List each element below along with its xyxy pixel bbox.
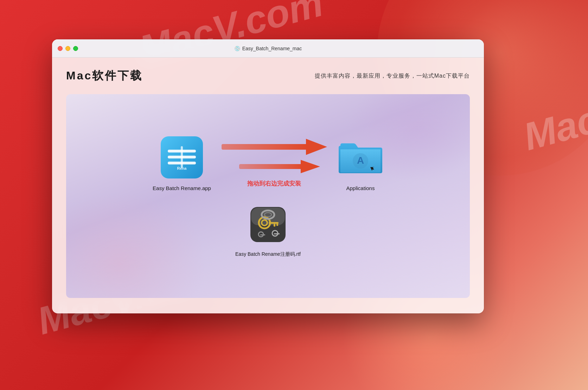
keychain-label: Easy Batch Rename注册码.rtf — [235, 251, 301, 258]
app-icon-wrap-keychain — [245, 202, 291, 247]
svg-text:A: A — [357, 155, 364, 166]
svg-marker-9 — [301, 160, 320, 173]
panel-bg-shape-1 — [66, 193, 207, 298]
header-section: Mac软件下载 提供丰富内容，最新应用，专业服务，一站式Mac下载平台 — [66, 68, 470, 84]
svg-rect-17 — [269, 222, 279, 224]
svg-rect-18 — [274, 224, 275, 227]
app-item-applications: A Applications — [338, 135, 383, 191]
window-title-text: Easy_Batch_Rename_mac — [242, 46, 302, 51]
ebr-app-icon: Rena — [161, 136, 203, 178]
svg-rect-19 — [276, 224, 278, 226]
app-label-ebr: Easy Batch Rename.app — [153, 185, 211, 191]
finder-window: 💿 Easy_Batch_Rename_mac Mac软件下载 提供丰富内容，最… — [52, 39, 484, 313]
site-title: Mac软件下载 — [66, 68, 143, 84]
drag-arrow-top — [222, 138, 327, 156]
disk-icon: 💿 — [234, 46, 240, 51]
arrow-container — [222, 138, 327, 174]
traffic-lights — [58, 46, 78, 51]
svg-rect-25 — [260, 234, 265, 235]
window-content: Mac软件下载 提供丰富内容，最新应用，专业服务，一站式Mac下载平台 — [52, 58, 484, 313]
install-bottom: Easy Batch Rename注册码.rtf — [235, 202, 301, 258]
app-icon-wrap-applications: A — [338, 135, 383, 180]
svg-rect-23 — [274, 233, 280, 234]
minimize-button[interactable] — [65, 46, 70, 51]
install-panel: Rena Easy Batch Rename.app — [66, 94, 470, 298]
titlebar: 💿 Easy_Batch_Rename_mac — [52, 39, 484, 58]
close-button[interactable] — [58, 46, 63, 51]
app-item-ebr: Rena Easy Batch Rename.app — [153, 135, 211, 191]
keychain-rtf-icon — [250, 207, 286, 242]
svg-rect-8 — [239, 164, 304, 169]
drag-label: 拖动到右边完成安装 — [247, 180, 301, 188]
svg-text:Rena: Rena — [177, 166, 187, 170]
app-icon-wrap-ebr: Rena — [159, 135, 205, 180]
install-main-row: Rena Easy Batch Rename.app — [77, 135, 459, 191]
applications-folder-icon: A — [338, 138, 383, 177]
site-tagline: 提供丰富内容，最新应用，专业服务，一站式Mac下载平台 — [315, 72, 470, 80]
app-label-applications: Applications — [346, 185, 375, 191]
arrow-section: 拖动到右边完成安装 — [211, 138, 338, 188]
window-title: 💿 Easy_Batch_Rename_mac — [234, 46, 302, 51]
svg-rect-4 — [181, 146, 183, 168]
svg-marker-7 — [306, 139, 327, 155]
drag-arrow-bottom — [229, 160, 320, 174]
maximize-button[interactable] — [73, 46, 78, 51]
svg-rect-6 — [222, 144, 308, 150]
